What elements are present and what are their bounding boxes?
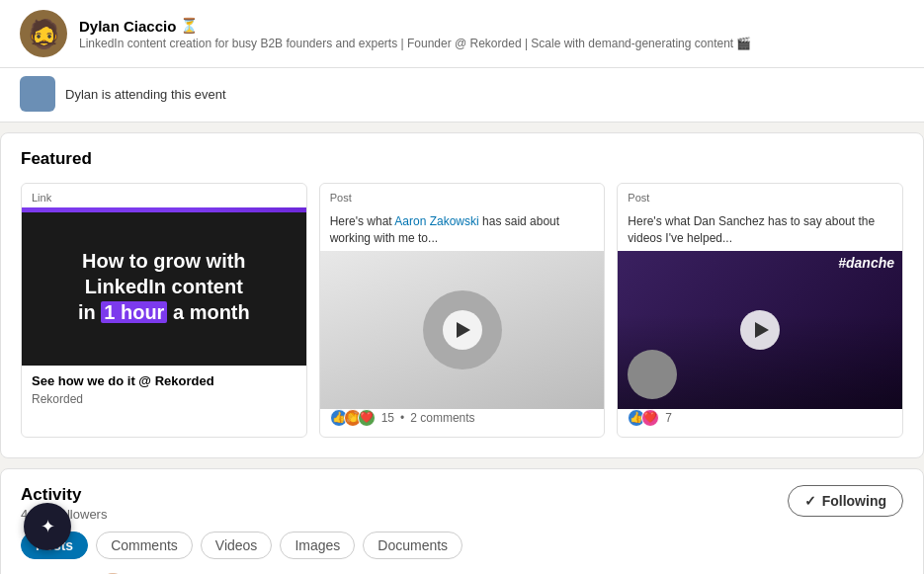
featured-item-link[interactable]: Link How to grow withLinkedIn contentin … [21,183,307,438]
post1-reaction-emojis: 👍 👏 ❤️ [330,409,376,427]
link-card-text: How to grow withLinkedIn contentin 1 hou… [64,248,264,325]
featured-item-post1-label: Post [320,184,605,207]
profile-strip: 🧔 Dylan Ciaccio ⏳ LinkedIn content creat… [0,0,924,68]
profile-name-text: Dylan Ciaccio [79,18,176,35]
activity-title: Activity [21,485,107,505]
featured-item-post-2[interactable]: Post Here's what Dan Sanchez has to say … [617,183,903,438]
avatar: 🧔 [20,10,67,57]
tab-comments[interactable]: Comments [96,532,193,559]
post2-play-btn[interactable] [740,310,780,350]
link-card-bar [22,207,306,212]
tab-images[interactable]: Images [280,532,355,559]
featured-title: Featured [21,149,903,169]
attending-avatar [20,76,55,112]
post1-comments: 2 comments [410,411,474,425]
post1-play-btn[interactable] [443,310,482,350]
post1-count: 15 [381,411,394,425]
tab-videos[interactable]: Videos [201,532,273,559]
link-card-caption: See how we do it @ Rekorded [22,366,306,392]
featured-item-post-1[interactable]: Post Here's what Aaron Zakowski has said… [319,183,606,438]
post2-watermark: #danche [838,255,894,271]
avatar-icon: 🧔 [27,18,61,50]
link-text-highlight: 1 hour [101,301,167,323]
following-check-icon: ✓ [804,493,816,509]
profile-tagline: LinkedIn content creation for busy B2B f… [79,37,751,50]
fab-button[interactable]: ✦ [24,503,71,550]
featured-row: Link How to grow withLinkedIn contentin … [21,183,903,438]
post1-play-icon [457,322,470,338]
reaction-heart: ❤️ [358,409,376,427]
post2-count: 7 [665,411,672,425]
following-label: Following [822,493,886,509]
link-card-sub: Rekorded [22,392,306,416]
post1-video[interactable] [320,251,605,409]
filter-tabs: Posts Comments Videos Images Documents [21,532,903,559]
post1-dot: • [400,411,404,425]
post2-play-icon [755,322,769,338]
tab-documents[interactable]: Documents [363,532,462,559]
post2-description: Here's what Dan Sanchez has to say about… [618,207,902,251]
post1-description: Here's what Aaron Zakowski has said abou… [320,207,605,251]
post2-reactions: 👍 ❤️ 7 [618,409,902,437]
featured-item-link-label: Link [22,184,306,207]
post1-reactions: 👍 👏 ❤️ 15 • 2 comments [320,409,605,437]
post2-video[interactable]: #danche [618,251,902,409]
activity-section: Activity 4,187 followers ✓ Following Pos… [0,468,924,574]
link-card-visual: How to grow withLinkedIn contentin 1 hou… [22,207,306,366]
link-text-post: a month [167,301,249,323]
profile-name: Dylan Ciaccio ⏳ [79,17,751,35]
activity-header: Activity 4,187 followers ✓ Following [21,485,903,522]
profile-name-emoji: ⏳ [180,17,199,35]
page-container: 🧔 Dylan Ciaccio ⏳ LinkedIn content creat… [0,0,924,574]
following-button[interactable]: ✓ Following [788,485,903,517]
post2-reaction-love: ❤️ [641,409,659,427]
profile-info: Dylan Ciaccio ⏳ LinkedIn content creatio… [79,17,751,50]
fab-icon: ✦ [41,516,55,537]
post2-reaction-emojis: 👍 ❤️ [628,409,659,427]
attending-text: Dylan is attending this event [65,87,226,102]
post1-linked-name[interactable]: Aaron Zakowski [394,214,478,228]
featured-item-post2-label: Post [618,184,902,207]
featured-section: Featured Link How to grow withLinkedIn c… [0,132,924,458]
attending-strip: Dylan is attending this event [0,68,924,123]
